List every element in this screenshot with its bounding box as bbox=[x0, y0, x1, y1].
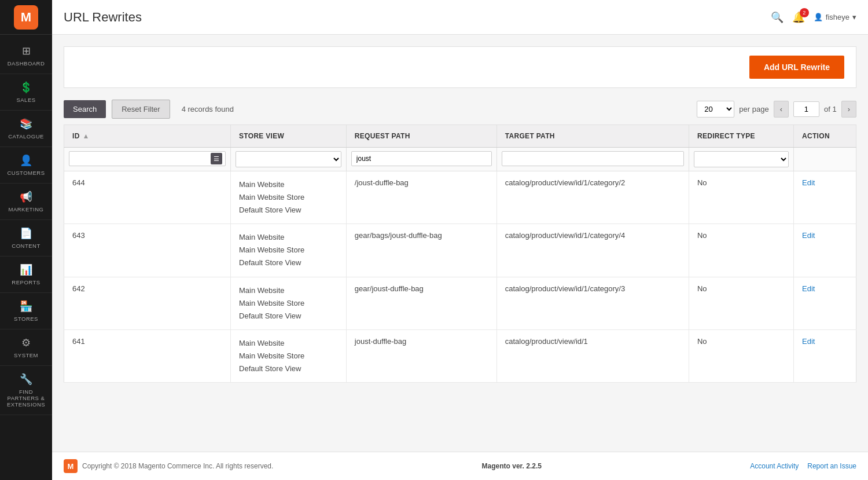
sidebar-label-system: System bbox=[14, 352, 38, 358]
id-filter-chip[interactable]: ☰ bbox=[211, 153, 222, 164]
sidebar-label-stores: Stores bbox=[14, 316, 38, 322]
sidebar-item-marketing[interactable]: 📢 Marketing bbox=[0, 184, 52, 220]
edit-link-3[interactable]: Edit bbox=[802, 337, 815, 346]
sidebar-label-sales: Sales bbox=[16, 97, 35, 103]
cell-action-1: Edit bbox=[794, 224, 856, 277]
sidebar-item-customers[interactable]: 👤 Customers bbox=[0, 147, 52, 184]
cell-redirect-type-3: No bbox=[689, 329, 793, 382]
sidebar-item-system[interactable]: ⚙ System bbox=[0, 329, 52, 366]
cell-redirect-type-1: No bbox=[689, 224, 793, 277]
notification-badge: 2 bbox=[800, 8, 809, 17]
catalogue-icon: 📚 bbox=[20, 118, 32, 130]
dashboard-icon: ⊞ bbox=[22, 45, 31, 57]
edit-link-2[interactable]: Edit bbox=[802, 284, 815, 293]
col-header-request_path: Request Path bbox=[346, 125, 496, 148]
cell-id-2: 642 bbox=[64, 277, 231, 329]
stores-icon: 🏪 bbox=[20, 300, 32, 313]
per-page-select[interactable]: 20 30 50 bbox=[697, 101, 734, 118]
table-row: 644 Main WebsiteMain Website StoreDefaul… bbox=[64, 171, 856, 224]
table-row: 641 Main WebsiteMain Website StoreDefaul… bbox=[64, 329, 856, 382]
request-path-filter-input[interactable] bbox=[351, 151, 492, 166]
notifications-button[interactable]: 🔔 2 bbox=[792, 11, 805, 24]
cell-id-3: 641 bbox=[64, 329, 231, 382]
main-content: URL Rewrites 🔍 🔔 2 👤 fisheye ▾ Add URL R… bbox=[52, 0, 868, 480]
marketing-icon: 📢 bbox=[20, 190, 32, 203]
sidebar-item-reports[interactable]: 📊 Reports bbox=[0, 257, 52, 293]
id-filter-input[interactable] bbox=[69, 151, 226, 166]
records-count: 4 records found bbox=[182, 105, 234, 113]
cell-request-path-1: gear/bags/joust-duffle-bag bbox=[346, 224, 496, 277]
search-filter-button[interactable]: Search bbox=[64, 100, 106, 118]
search-button[interactable]: 🔍 bbox=[771, 11, 784, 24]
add-url-rewrite-button[interactable]: Add URL Rewrite bbox=[749, 56, 844, 79]
sidebar-item-dashboard[interactable]: ⊞ Dashboard bbox=[0, 38, 52, 74]
per-page-label: per page bbox=[739, 105, 768, 113]
sidebar-item-catalogue[interactable]: 📚 Catalogue bbox=[0, 111, 52, 147]
store-view-filter-select[interactable] bbox=[236, 151, 341, 167]
col-header-redirect_type: Redirect Type bbox=[689, 125, 793, 148]
sidebar-item-find_partners[interactable]: 🔧 Find Partners & Extensions bbox=[0, 366, 52, 415]
cell-action-2: Edit bbox=[794, 277, 856, 329]
cell-store-view-3: Main WebsiteMain Website StoreDefault St… bbox=[231, 329, 347, 382]
sidebar-label-reports: Reports bbox=[12, 279, 40, 285]
footer-copyright: Copyright © 2018 Magento Commerce Inc. A… bbox=[82, 462, 273, 470]
id-filter-container: ☰ bbox=[69, 151, 226, 166]
footer: M Copyright © 2018 Magento Commerce Inc.… bbox=[52, 452, 868, 480]
col-header-target_path: Target Path bbox=[496, 125, 689, 148]
chevron-down-icon: ▾ bbox=[852, 13, 856, 21]
target-path-filter-input[interactable] bbox=[502, 151, 684, 166]
customers-icon: 👤 bbox=[20, 154, 32, 167]
sidebar-item-sales[interactable]: 💲 Sales bbox=[0, 74, 52, 111]
footer-link-account-activity[interactable]: Account Activity bbox=[750, 462, 799, 470]
sales-icon: 💲 bbox=[20, 81, 32, 94]
of-pages: of 1 bbox=[824, 105, 837, 113]
col-header-store_view: Store View bbox=[231, 125, 347, 148]
cell-target-path-3: catalog/product/view/id/1 bbox=[496, 329, 689, 382]
next-page-button[interactable]: › bbox=[841, 101, 856, 118]
edit-link-1[interactable]: Edit bbox=[802, 231, 815, 240]
cell-target-path-1: catalog/product/view/id/1/category/4 bbox=[496, 224, 689, 277]
cell-request-path-2: gear/joust-duffle-bag bbox=[346, 277, 496, 329]
action-bar: Add URL Rewrite bbox=[64, 46, 856, 88]
cell-action-3: Edit bbox=[794, 329, 856, 382]
page-number-input[interactable] bbox=[793, 101, 819, 117]
col-header-action: Action bbox=[794, 125, 856, 148]
cell-target-path-2: catalog/product/view/id/1/category/3 bbox=[496, 277, 689, 329]
user-menu[interactable]: 👤 fisheye ▾ bbox=[814, 13, 856, 21]
cell-id-0: 644 bbox=[64, 171, 231, 224]
footer-logo: M Copyright © 2018 Magento Commerce Inc.… bbox=[64, 459, 273, 473]
sidebar-item-content[interactable]: 📄 Content bbox=[0, 220, 52, 257]
magento-logo: M bbox=[14, 5, 38, 30]
cell-target-path-0: catalog/product/view/id/1/category/2 bbox=[496, 171, 689, 224]
sidebar-label-find_partners: Find Partners & Extensions bbox=[3, 389, 49, 408]
redirect-type-filter-select[interactable] bbox=[694, 151, 789, 167]
cell-store-view-0: Main WebsiteMain Website StoreDefault St… bbox=[231, 171, 347, 224]
sidebar-label-customers: Customers bbox=[7, 170, 45, 176]
footer-version: Magento ver. 2.2.5 bbox=[482, 462, 542, 470]
table-row: 643 Main WebsiteMain Website StoreDefaul… bbox=[64, 224, 856, 277]
footer-link-report-issue[interactable]: Report an Issue bbox=[807, 462, 856, 470]
content-icon: 📄 bbox=[20, 227, 32, 240]
cell-request-path-3: joust-duffle-bag bbox=[346, 329, 496, 382]
find_partners-icon: 🔧 bbox=[20, 373, 32, 386]
sidebar-logo: M bbox=[0, 0, 52, 35]
edit-link-0[interactable]: Edit bbox=[802, 178, 815, 187]
url-rewrites-table: ID▲Store ViewRequest PathTarget PathRedi… bbox=[64, 124, 856, 383]
sidebar-label-content: Content bbox=[12, 243, 40, 249]
reset-filter-button[interactable]: Reset Filter bbox=[112, 100, 170, 119]
col-header-id[interactable]: ID▲ bbox=[64, 125, 231, 148]
pagination: 20 30 50 per page ‹ of 1 › bbox=[697, 101, 856, 118]
reports-icon: 📊 bbox=[20, 263, 32, 276]
sidebar-label-dashboard: Dashboard bbox=[8, 60, 45, 67]
user-icon: 👤 bbox=[814, 13, 823, 21]
cell-redirect-type-2: No bbox=[689, 277, 793, 329]
system-icon: ⚙ bbox=[21, 336, 31, 349]
table-row: 642 Main WebsiteMain Website StoreDefaul… bbox=[64, 277, 856, 329]
sidebar-label-catalogue: Catalogue bbox=[8, 133, 44, 140]
header: URL Rewrites 🔍 🔔 2 👤 fisheye ▾ bbox=[52, 0, 868, 35]
footer-magento-logo: M bbox=[64, 459, 78, 473]
sidebar-item-stores[interactable]: 🏪 Stores bbox=[0, 293, 52, 329]
grid-controls: Search Reset Filter 4 records found 20 3… bbox=[64, 100, 856, 119]
prev-page-button[interactable]: ‹ bbox=[774, 101, 789, 118]
cell-action-0: Edit bbox=[794, 171, 856, 224]
